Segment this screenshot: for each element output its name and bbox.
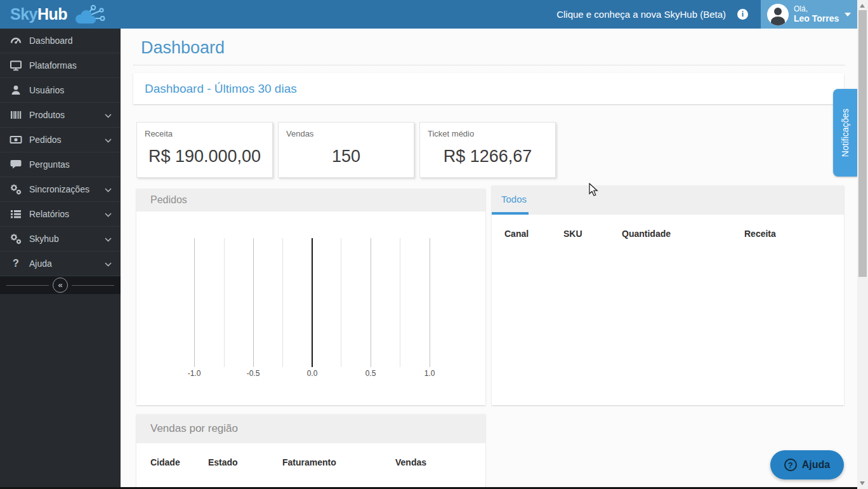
scroll-down-arrow-icon[interactable] xyxy=(860,481,865,485)
pedidos-chart-panel: Pedidos -1.0 -0.5 0.0 0.5 1.0 xyxy=(136,189,485,405)
help-button-label: Ajuda xyxy=(802,459,830,471)
stat-card-vendas: Vendas 150 xyxy=(278,122,414,178)
gridline xyxy=(400,238,400,367)
svg-text:?: ? xyxy=(13,258,19,269)
gridline xyxy=(341,238,341,367)
vendas-panel-header: Vendas por região xyxy=(136,414,485,443)
sidebar-item-relatorios[interactable]: Relatórios xyxy=(0,202,121,227)
user-name: Leo Torres xyxy=(794,13,839,23)
main-content: Dashboard Dashboard - Últimos 30 dias Re… xyxy=(121,29,857,489)
stat-card-receita: Receita R$ 190.000,00 xyxy=(136,122,273,178)
notifications-tab[interactable]: Notificações xyxy=(833,89,857,177)
sidebar-collapse-button[interactable]: « xyxy=(53,278,68,293)
column-header: Canal xyxy=(492,229,563,239)
sidebar-item-dashboard[interactable]: Dashboard xyxy=(0,29,121,53)
chevron-down-icon xyxy=(105,109,112,121)
gridline xyxy=(253,238,254,367)
chevron-down-icon xyxy=(105,208,112,220)
column-header: Cidade xyxy=(136,457,208,467)
barcode-icon xyxy=(9,109,23,121)
column-header: Faturamento xyxy=(282,457,395,467)
sidebar-item-label: Ajuda xyxy=(29,258,52,269)
stat-label: Ticket médio xyxy=(428,129,474,138)
skyhub-logo[interactable]: SkyHub xyxy=(10,4,105,25)
logo-text-sky: Sky xyxy=(10,5,37,23)
notifications-tab-label: Notificações xyxy=(840,109,850,157)
monitor-icon xyxy=(9,59,23,72)
stat-card-ticket-medio: Ticket médio R$ 1266,67 xyxy=(419,122,556,178)
tab-todos[interactable]: Todos xyxy=(501,194,527,204)
axis-tick-label: 0.0 xyxy=(299,369,325,378)
axis-tick-label: -1.0 xyxy=(181,369,207,378)
question-icon: ? xyxy=(9,257,23,270)
gears-icon xyxy=(9,232,23,245)
column-header: Estado xyxy=(208,457,282,467)
divider xyxy=(133,65,845,65)
user-greeting: Olá, xyxy=(794,5,839,14)
vendas-panel-title: Vendas por região xyxy=(150,422,238,435)
beta-announcement-link[interactable]: Clique e conheça a nova SkyHub (Beta) xyxy=(556,9,726,20)
logo-text-hub: Hub xyxy=(37,5,67,23)
stat-value: 150 xyxy=(279,147,414,166)
scroll-up-arrow-icon[interactable] xyxy=(860,4,865,8)
period-panel-title: Dashboard - Últimos 30 dias xyxy=(145,82,297,96)
stat-value: R$ 1266,67 xyxy=(420,147,555,166)
sidebar-collapse-row: « xyxy=(0,276,121,294)
divider xyxy=(6,285,49,286)
user-menu[interactable]: Olá, Leo Torres xyxy=(761,0,857,29)
topbar: SkyHub Clique e conheça a nova SkyHub (B… xyxy=(0,0,857,29)
sidebar-item-perguntas[interactable]: Perguntas xyxy=(0,152,121,177)
avatar xyxy=(767,4,789,25)
vertical-scrollbar[interactable] xyxy=(857,0,868,489)
pedidos-panel-header: Pedidos xyxy=(136,189,485,211)
help-button[interactable]: ? Ajuda xyxy=(770,450,844,479)
active-tab-indicator xyxy=(492,212,529,215)
gauge-icon xyxy=(9,34,23,47)
sidebar-item-label: Skyhub xyxy=(29,234,59,244)
gridline xyxy=(224,238,225,367)
gridline xyxy=(371,238,371,367)
page-title: Dashboard xyxy=(141,38,225,58)
sidebar-item-sincronizacoes[interactable]: Sincronizações xyxy=(0,177,121,202)
vendas-regiao-panel: Vendas por região Cidade Estado Faturame… xyxy=(136,414,485,489)
column-header: Receita xyxy=(744,229,844,239)
todos-panel-header: Todos xyxy=(492,185,844,215)
sidebar-item-skyhub[interactable]: Skyhub xyxy=(0,227,121,251)
sidebar: Dashboard Plataformas Usuários Produtos … xyxy=(0,29,121,489)
list-icon xyxy=(9,208,23,220)
banknote-icon xyxy=(9,133,23,146)
column-header: SKU xyxy=(563,229,622,239)
gears-icon xyxy=(9,183,23,196)
column-header: Vendas xyxy=(395,457,485,467)
period-panel: Dashboard - Últimos 30 dias xyxy=(133,73,844,104)
chevron-down-icon xyxy=(845,13,851,17)
gridline xyxy=(430,238,430,367)
chevron-down-icon xyxy=(105,134,112,145)
sidebar-item-ajuda[interactable]: ? Ajuda xyxy=(0,251,121,276)
chevron-down-icon xyxy=(105,184,112,195)
column-header: Quantidade xyxy=(622,229,744,239)
info-icon[interactable]: i xyxy=(737,9,748,20)
stat-label: Receita xyxy=(145,129,173,138)
gridline-zero xyxy=(312,238,313,367)
sidebar-item-pedidos[interactable]: Pedidos xyxy=(0,128,121,152)
scrollbar-thumb[interactable] xyxy=(858,10,867,277)
sidebar-item-label: Produtos xyxy=(29,110,65,120)
sidebar-item-plataformas[interactable]: Plataformas xyxy=(0,53,121,78)
sidebar-item-label: Pedidos xyxy=(29,135,62,145)
cloud-network-icon xyxy=(72,4,105,25)
stat-value: R$ 190.000,00 xyxy=(137,147,272,166)
sidebar-item-label: Perguntas xyxy=(29,159,70,170)
sidebar-item-label: Usuários xyxy=(29,85,64,95)
question-circle-icon: ? xyxy=(784,459,797,471)
axis-tick-label: 1.0 xyxy=(417,369,442,378)
user-icon xyxy=(9,84,23,97)
pedidos-chart-area: -1.0 -0.5 0.0 0.5 1.0 xyxy=(136,211,485,405)
sidebar-item-label: Plataformas xyxy=(29,60,77,70)
gridline xyxy=(194,238,195,367)
divider xyxy=(72,285,114,286)
sidebar-item-produtos[interactable]: Produtos xyxy=(0,103,121,128)
sidebar-item-usuarios[interactable]: Usuários xyxy=(0,78,121,103)
sidebar-item-label: Sincronizações xyxy=(29,184,89,194)
pedidos-panel-title: Pedidos xyxy=(150,194,187,206)
